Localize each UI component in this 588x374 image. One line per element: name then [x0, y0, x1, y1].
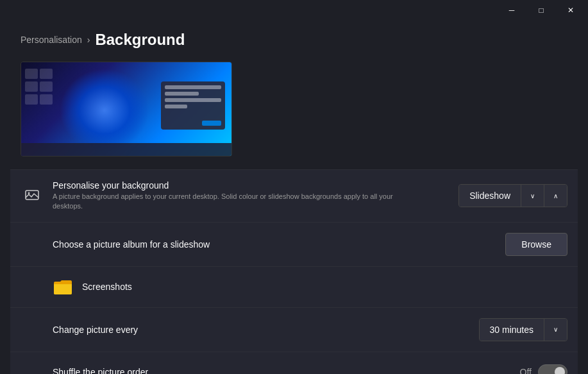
background-preview	[21, 62, 232, 157]
settings-area: Personalise your background A picture ba…	[0, 169, 588, 374]
breadcrumb-separator: ›	[87, 35, 90, 45]
album-row: Choose a picture album for a slideshow B…	[10, 222, 578, 266]
background-type-dropdown[interactable]: Slideshow ∨ ∧	[458, 184, 567, 207]
breadcrumb-parent[interactable]: Personalisation	[21, 35, 82, 45]
svg-point-1	[28, 192, 30, 194]
change-picture-dropdown[interactable]: 30 minutes ∨	[479, 318, 567, 341]
shuffle-row: Shuffle the picture order Off	[10, 352, 578, 374]
maximize-button[interactable]: □	[526, 0, 556, 21]
personalise-subtitle: A picture background applies to your cur…	[53, 192, 412, 212]
change-picture-row: Change picture every 30 minutes ∨	[10, 307, 578, 352]
folder-icon	[53, 278, 73, 296]
background-icon	[21, 184, 44, 207]
minimize-button[interactable]: ─	[497, 0, 526, 21]
dropdown-chevron-icon[interactable]: ∨	[521, 184, 544, 207]
browse-button[interactable]: Browse	[505, 233, 567, 256]
preview-container	[0, 62, 588, 169]
icon-strip	[25, 69, 53, 105]
album-title: Choose a picture album for a slideshow	[53, 239, 210, 250]
taskbar-mockup	[21, 143, 231, 156]
personalise-row: Personalise your background A picture ba…	[10, 169, 578, 222]
personalise-title: Personalise your background	[53, 180, 412, 191]
close-button[interactable]: ✕	[556, 0, 585, 21]
shuffle-toggle[interactable]	[538, 364, 567, 374]
bloom-effect	[60, 69, 149, 152]
toggle-knob	[555, 367, 565, 374]
breadcrumb-current: Background	[95, 31, 185, 49]
dialog-mockup	[161, 81, 225, 130]
shuffle-toggle-label: Off	[520, 367, 532, 374]
change-picture-chevron-icon[interactable]: ∨	[544, 318, 567, 341]
breadcrumb: Personalisation › Background	[0, 21, 588, 62]
title-bar: ─ □ ✕	[0, 0, 588, 21]
desktop-mockup	[21, 62, 231, 156]
shuffle-toggle-container: Off	[520, 364, 567, 374]
shuffle-title: Shuffle the picture order	[53, 367, 148, 374]
folder-name: Screenshots	[82, 282, 132, 292]
background-type-value: Slideshow	[459, 185, 521, 207]
dropdown-expand-icon[interactable]: ∧	[544, 184, 567, 207]
change-picture-value: 30 minutes	[480, 319, 544, 341]
change-picture-title: Change picture every	[53, 325, 138, 335]
folder-row[interactable]: Screenshots	[10, 266, 578, 307]
